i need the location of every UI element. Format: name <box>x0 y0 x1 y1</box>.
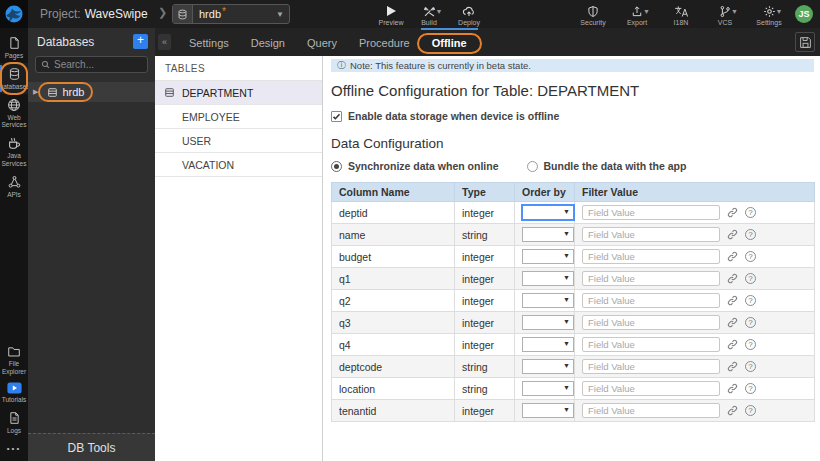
tab-settings[interactable]: Settings <box>178 28 240 56</box>
bind-link-icon[interactable] <box>727 251 738 262</box>
tab-query[interactable]: Query <box>296 28 348 56</box>
bind-link-icon[interactable] <box>727 317 738 328</box>
bind-link-icon[interactable] <box>727 361 738 372</box>
help-icon[interactable]: ? <box>745 295 756 306</box>
config-table-row: q4 integer ▼ ? <box>332 334 815 356</box>
filter-value-input[interactable] <box>582 381 720 396</box>
filter-value-input[interactable] <box>582 315 720 330</box>
order-by-select[interactable]: ▼ <box>522 315 574 330</box>
filter-value-input[interactable] <box>582 227 720 242</box>
filter-value-input[interactable] <box>582 249 720 264</box>
help-icon[interactable]: ? <box>745 383 756 394</box>
preview-button[interactable]: Preview <box>372 2 410 28</box>
user-avatar[interactable]: JS <box>795 5 813 23</box>
column-name-cell: q4 <box>332 334 455 356</box>
help-icon[interactable]: ? <box>745 273 756 284</box>
bind-link-icon[interactable] <box>727 339 738 350</box>
radio-synchronize-online[interactable]: Synchronize data when online <box>331 160 499 172</box>
table-item-department[interactable]: DEPARTMENT <box>155 81 322 105</box>
table-item-vacation[interactable]: VACATION <box>155 153 322 177</box>
tab-design[interactable]: Design <box>240 28 296 56</box>
i18n-button[interactable]: I18N <box>662 2 700 28</box>
settings-button[interactable]: ▼ Settings <box>750 2 788 28</box>
filter-value-input[interactable] <box>582 337 720 352</box>
sidebar-item-file-explorer[interactable]: File Explorer <box>0 341 28 379</box>
project-name: WaveSwipe <box>85 7 148 21</box>
order-by-select[interactable]: ▼ <box>522 293 574 308</box>
order-by-cell: ▼ <box>515 202 575 224</box>
deploy-button[interactable]: Deploy <box>450 2 488 28</box>
radio-selected-icon[interactable] <box>331 161 342 172</box>
more-options-icon[interactable]: ••• <box>7 444 21 453</box>
bind-link-icon[interactable] <box>727 273 738 284</box>
database-selector-dropdown[interactable]: hrdb * ▼ <box>172 4 290 24</box>
search-input[interactable] <box>54 59 142 70</box>
sidebar-item-label: Logs <box>7 427 21 435</box>
bind-link-icon[interactable] <box>727 229 738 240</box>
order-by-select[interactable]: ▼ <box>522 403 574 418</box>
help-icon[interactable]: ? <box>745 251 756 262</box>
security-label: Security <box>580 19 605 26</box>
top-bar: Project: WaveSwipe ❯ hrdb * ▼ Preview ▼ … <box>0 0 820 28</box>
bind-link-icon[interactable] <box>727 383 738 394</box>
sidebar-item-java-services[interactable]: Java Services <box>0 132 28 171</box>
enable-offline-checkbox[interactable] <box>331 111 342 122</box>
vcs-button[interactable]: ▼ VCS <box>706 2 744 28</box>
order-by-select[interactable]: ▼ <box>522 205 574 220</box>
filter-value-input[interactable] <box>582 205 720 220</box>
sidebar-item-pages[interactable]: Pages <box>0 32 28 63</box>
tab-offline[interactable]: Offline <box>421 28 478 56</box>
database-tree-item-hrdb[interactable]: ▶ hrdb <box>28 82 155 102</box>
filter-value-input[interactable] <box>582 293 720 308</box>
help-icon[interactable]: ? <box>745 207 756 218</box>
database-icon <box>8 67 21 81</box>
sidebar-item-databases[interactable]: Databases <box>0 63 28 94</box>
order-by-select[interactable]: ▼ <box>522 249 574 264</box>
help-icon[interactable]: ? <box>745 339 756 350</box>
tab-procedure[interactable]: Procedure <box>348 28 421 56</box>
order-by-select[interactable]: ▼ <box>522 337 574 352</box>
help-icon[interactable]: ? <box>745 229 756 240</box>
bind-link-icon[interactable] <box>727 405 738 416</box>
security-button[interactable]: Security <box>574 2 612 28</box>
help-icon[interactable]: ? <box>745 361 756 372</box>
chevron-down-icon: ▼ <box>563 252 570 259</box>
filter-value-input[interactable] <box>582 271 720 286</box>
radio-bundle-with-app[interactable]: Bundle the data with the app <box>527 160 687 172</box>
column-name-cell: q2 <box>332 290 455 312</box>
bind-link-icon[interactable] <box>727 207 738 218</box>
filter-value-input[interactable] <box>582 403 720 418</box>
build-button[interactable]: ▼ Build <box>410 2 448 28</box>
order-by-select[interactable]: ▼ <box>522 227 574 242</box>
order-by-select[interactable]: ▼ <box>522 271 574 286</box>
column-config-table: Column Name Type Order by Filter Value d… <box>331 182 815 422</box>
preview-label: Preview <box>379 19 404 26</box>
wavemaker-logo-icon[interactable] <box>0 0 28 28</box>
help-icon[interactable]: ? <box>745 317 756 328</box>
filter-value-input[interactable] <box>582 359 720 374</box>
save-button[interactable] <box>795 32 815 52</box>
radio-unselected-icon[interactable] <box>527 161 538 172</box>
note-text: Note: This feature is currently in beta … <box>350 60 531 71</box>
order-by-select[interactable]: ▼ <box>522 359 574 374</box>
bind-link-icon[interactable] <box>727 295 738 306</box>
database-search[interactable] <box>35 56 148 73</box>
filter-value-cell: ? <box>575 268 815 290</box>
help-icon[interactable]: ? <box>745 405 756 416</box>
expand-caret-icon[interactable]: ▶ <box>33 88 38 96</box>
sidebar-item-web-services[interactable]: Web Services <box>0 94 28 133</box>
enable-offline-storage-option[interactable]: Enable data storage when device is offli… <box>331 110 816 122</box>
table-item-employee[interactable]: EMPLOYEE <box>155 105 322 129</box>
collapse-panel-icon[interactable]: « <box>158 34 171 50</box>
order-by-select[interactable]: ▼ <box>522 381 574 396</box>
column-type-cell: integer <box>455 268 515 290</box>
sidebar-item-tutorials[interactable]: Tutorials <box>0 378 28 407</box>
db-tools-button[interactable]: DB Tools <box>28 433 155 461</box>
add-database-button[interactable]: + <box>133 34 148 49</box>
export-button[interactable]: ▼ Export <box>618 2 656 28</box>
config-table-row: deptcode string ▼ ? <box>332 356 815 378</box>
sidebar-item-logs[interactable]: Logs <box>0 407 28 438</box>
sidebar-item-apis[interactable]: APIs <box>0 171 28 202</box>
table-item-user[interactable]: USER <box>155 129 322 153</box>
config-table-row: q3 integer ▼ ? <box>332 312 815 334</box>
